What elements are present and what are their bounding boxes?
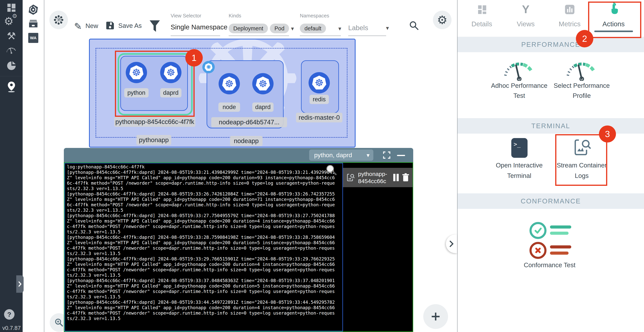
open-interactive-terminal-button[interactable]: Open Interactive	[484, 162, 555, 169]
app-window: ⚙⚙ ⚒ ? v0.7.87	[0, 0, 644, 332]
interactive-terminal-icon[interactable]: >_	[511, 138, 528, 158]
kubernetes-logo-icon: ☸	[312, 76, 326, 90]
pencil-icon: ✎	[74, 21, 82, 32]
log-line: Z" level=info msg="HTTP API Called" app_…	[67, 262, 340, 267]
wasm-icon[interactable]: WA	[28, 33, 38, 43]
section-performance: PERFORMANCE	[458, 37, 644, 52]
namespace-box[interactable]: ☸ ☸ ☸ python daprd pythonapp-8454cc66c-4…	[89, 39, 356, 148]
extensions-strip: WA	[23, 0, 44, 332]
view-selector-value: Single Namespace	[170, 23, 228, 31]
select-performance-profile-button[interactable]: Select Performance	[546, 82, 618, 89]
container-node-redis[interactable]: ☸	[308, 72, 330, 93]
log-line: c-4f7fk method="POST /neworder" scope=da…	[67, 267, 340, 273]
container-label: daprd	[252, 102, 274, 112]
log-sessions-sidebar: pythonapp- 8454cc66c	[343, 163, 413, 332]
dashboard-icon[interactable]	[0, 3, 23, 13]
new-button[interactable]: ✎ New	[74, 22, 98, 31]
adhoc-performance-gauge-icon[interactable]	[503, 59, 536, 82]
performance-gauge-icon[interactable]	[0, 46, 23, 54]
open-interactive-terminal-label2[interactable]: Terminal	[484, 172, 555, 179]
rail-expand-tab[interactable]	[16, 275, 24, 293]
log-line: ts/2.32.3 ver=1.13.5	[67, 316, 340, 321]
terminal-panel: log:pythonapp-8454cc66c-4f7fk[pythonapp-…	[64, 162, 413, 332]
tab-views[interactable]: Y Views	[504, 0, 548, 34]
details-panel: Details Y Views Metrics Actions 2	[457, 0, 644, 332]
kind-chip-pod[interactable]: Pod	[270, 23, 289, 33]
log-line: [pythonapp-8454cc66c-4f7fk:daprd] 2024-0…	[67, 170, 340, 175]
log-line: [pythonapp-8454cc66c-4f7fk:daprd] 2024-0…	[67, 213, 340, 218]
annotation-box-1	[115, 51, 194, 117]
container-node-node[interactable]: ☸	[218, 73, 240, 94]
log-line: ts/2.32.3 ver=1.13.5	[67, 251, 340, 256]
version-label: v0.7.87	[2, 325, 21, 331]
pause-icon[interactable]	[393, 174, 399, 181]
log-output[interactable]: log:pythonapp-8454cc66c-4f7fk[pythonapp-…	[64, 163, 343, 332]
filter-icon[interactable]	[149, 20, 160, 34]
settings-gears-icon[interactable]: ⚙⚙	[0, 16, 23, 27]
log-line: log:pythonapp-8454cc66c-4f7fk	[67, 164, 340, 170]
help-icon[interactable]: ?	[4, 309, 14, 320]
chevron-right-icon	[449, 240, 454, 248]
log-line: Z" level=info msg="HTTP API Called" app_…	[67, 197, 340, 202]
section-conformance: CONFORMANCE	[458, 193, 644, 209]
container-label: redis	[310, 95, 329, 104]
kanvas-pin-icon[interactable]	[0, 82, 23, 92]
log-search-icon[interactable]	[325, 164, 338, 177]
log-line: [pythonapp-8454cc66c-4f7fk:daprd] 2024-0…	[67, 278, 340, 283]
namespace-chip-default[interactable]: default	[300, 23, 326, 33]
pass-line-1	[550, 226, 571, 229]
fullscreen-icon[interactable]	[383, 151, 391, 160]
section-terminal: TERMINAL	[458, 118, 644, 134]
save-as-button[interactable]: Save As	[106, 21, 142, 32]
chevron-down-icon: ▾	[338, 25, 341, 32]
panel-collapse-tab[interactable]	[446, 235, 457, 253]
details-grid-icon	[460, 4, 504, 15]
log-line: 6c-4f7fk method="POST /neworder" scope=d…	[67, 202, 340, 208]
designs-inbox-icon[interactable]	[28, 19, 38, 29]
settings-gear-button[interactable]: ⚙	[433, 11, 452, 29]
container-node-daprd[interactable]: ☸	[252, 73, 274, 94]
view-selector-select[interactable]: Single Namespace ▾	[170, 23, 236, 31]
kinds-select[interactable]: Deployment Pod ▾	[229, 23, 294, 33]
view-selector-underline	[170, 35, 220, 36]
minimize-icon[interactable]	[397, 155, 405, 156]
mesh-pie-icon[interactable]	[0, 61, 23, 71]
select-performance-profile-label2[interactable]: Profile	[546, 92, 618, 99]
add-node-button[interactable]	[423, 304, 448, 329]
log-line: c-4f7fk method="POST /neworder" scope=da…	[67, 245, 340, 251]
labels-underline	[348, 35, 386, 36]
pod-name-label: pythonapp-8454cc66c-4f7fk	[114, 117, 196, 127]
kubernetes-logo-icon: ☸	[222, 77, 236, 91]
trash-icon[interactable]	[402, 173, 410, 182]
deployment-label: nodeapp	[230, 136, 262, 146]
select-performance-profile-gauge-icon[interactable]	[565, 59, 598, 82]
tools-icon[interactable]: ⚒	[0, 31, 23, 41]
search-icon[interactable]	[408, 20, 420, 32]
conformance-test-button[interactable]: Conformance Test	[514, 261, 586, 269]
views-icon: Y	[504, 3, 548, 16]
tab-details[interactable]: Details	[460, 0, 504, 34]
log-line: [pythonapp-8454cc66c-4f7fk:daprd] 2024-0…	[67, 235, 340, 240]
pod-name-label: redis-master-0	[296, 113, 342, 122]
adhoc-performance-test-label2[interactable]: Test	[484, 92, 555, 99]
prompt-glyph: >_	[514, 141, 520, 148]
container-selector-dropdown[interactable]: python, daprd ▾	[309, 149, 373, 161]
conformance-fail-icon	[530, 242, 546, 259]
adhoc-performance-test-button[interactable]: Adhoc Performance	[484, 82, 555, 89]
meshery-mesh-button[interactable]	[49, 11, 68, 29]
tab-label: Metrics	[548, 20, 592, 28]
namespaces-select[interactable]: default ▾	[300, 23, 341, 33]
kind-chip-deployment[interactable]: Deployment	[229, 23, 268, 33]
tab-label: Views	[504, 20, 548, 28]
dapr-logo-icon[interactable]	[28, 4, 39, 16]
log-line: ts/2.32.3 ver=1.13.5	[67, 294, 340, 300]
log-session-tab[interactable]: pythonapp- 8454cc66c	[343, 168, 413, 187]
log-line: [pythonapp-8454cc66c-4f7fk:daprd] 2024-0…	[67, 256, 340, 262]
log-line: [pythonapp-8454cc66c-4f7fk:daprd] 2024-0…	[67, 191, 340, 197]
annotation-badge-3: 3	[599, 125, 616, 142]
labels-select[interactable]: Labels ▾	[348, 24, 389, 32]
save-icon	[106, 21, 115, 30]
tab-metrics[interactable]: Metrics	[548, 0, 592, 34]
dapr-sidecar-icon[interactable]: ✺	[202, 61, 215, 73]
kinds-label: Kinds	[229, 13, 241, 19]
